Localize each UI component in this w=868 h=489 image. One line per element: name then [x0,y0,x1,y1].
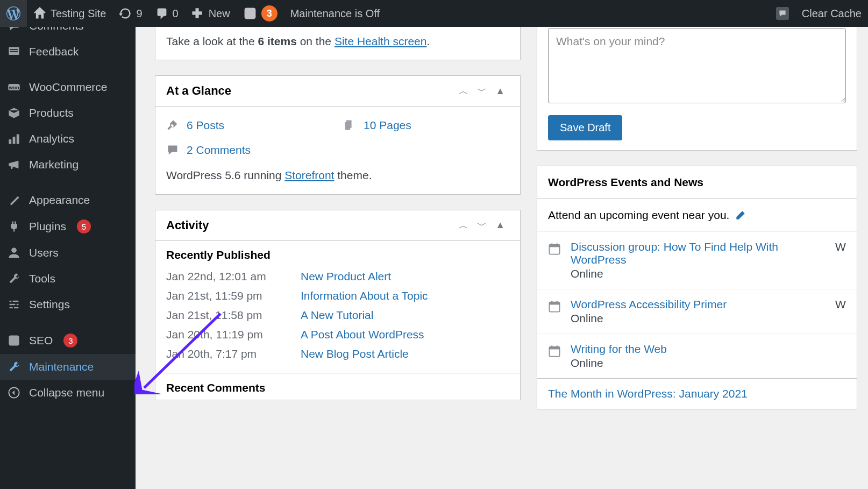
news-link[interactable]: The Month in WordPress: January 2021 [548,387,846,400]
sidebar-label: Appearance [29,194,90,207]
updates-count: 9 [136,8,142,20]
sidebar-label: Users [29,246,59,259]
badge: 3 [63,334,77,348]
toggle-icon[interactable]: ▲ [491,219,509,231]
maintenance-status[interactable]: Maintenance is Off [284,0,386,27]
sidebar-label: Collapse menu [29,386,104,399]
analytics-icon [6,132,22,145]
svg-rect-2 [10,51,18,52]
move-down-icon[interactable]: ﹀ [473,219,491,232]
activity-row: Jan 21st, 11:58 pmA New Tutorial [166,306,509,325]
activity-post-link[interactable]: New Product Alert [301,270,391,282]
sidebar-item-products[interactable]: Products [0,100,136,126]
event-link[interactable]: WordPress Accessibility Primer [571,298,727,310]
activity-row: Jan 20th, 7:17 pmNew Blog Post Article [166,344,509,364]
news-links: The Month in WordPress: January 2021 [537,378,857,409]
new-label: New [209,8,230,20]
sidebar-item-maintenance[interactable]: Maintenance [0,354,136,380]
toggle-icon[interactable]: ▲ [491,86,509,97]
sidebar-item-feedback[interactable]: Feedback [0,39,136,65]
event-row: Discussion group: How To Find Help With … [537,231,857,289]
svg-rect-11 [10,304,16,305]
maintenance-icon [6,360,22,373]
activity-date: Jan 21st, 11:59 pm [166,289,301,302]
wp-logo[interactable] [0,0,27,27]
notifications-link[interactable] [770,0,795,27]
event-location: Online [571,357,826,370]
sidebar-label: WooCommerce [29,81,107,94]
theme-link[interactable]: Storefront [284,169,334,181]
recently-published-heading: Recently Published [155,241,520,267]
event-link[interactable]: Discussion group: How To Find Help With … [571,240,778,266]
collapse-icon [6,386,22,399]
at-a-glance-header[interactable]: At a Glance ︿ ﹀ ▲ [155,76,520,107]
sidebar-item-woocommerce[interactable]: wooWooCommerce [0,74,136,100]
updates-link[interactable]: 9 [112,0,148,27]
save-draft-button[interactable]: Save Draft [548,115,622,140]
sidebar-item-marketing[interactable]: Marketing [0,152,136,178]
sidebar-item-tools[interactable]: Tools [0,266,136,292]
activity-date: Jan 20th, 11:19 pm [166,328,301,341]
sidebar-item-settings[interactable]: Settings [0,292,136,317]
sidebar-item-collapse-menu[interactable]: Collapse menu [0,380,136,406]
activity-header[interactable]: Activity ︿ ﹀ ▲ [155,210,520,241]
event-row: Writing for the WebOnline [537,334,857,378]
sidebar-item-comments[interactable]: Comments [0,27,136,39]
sidebar-label: Marketing [29,158,79,171]
svg-rect-1 [10,49,18,50]
activity-post-link[interactable]: Information About a Topic [301,289,428,302]
sidebar-label: Products [29,107,74,119]
at-a-glance-box: At a Glance ︿ ﹀ ▲ 6 Posts 10 Pages [155,75,521,195]
activity-post-link[interactable]: A New Tutorial [301,309,373,321]
edit-icon[interactable] [735,209,746,221]
activity-post-link[interactable]: New Blog Post Article [301,348,409,360]
svg-point-22 [551,301,552,302]
sidebar-label: Settings [29,298,70,311]
quickdraft-textarea[interactable] [548,28,846,103]
pages-icon [343,119,356,132]
svg-rect-25 [549,347,559,350]
comment-icon [155,7,168,20]
activity-post-link[interactable]: A Post About WordPress [301,328,424,341]
sidebar-label: Plugins [29,220,66,233]
yoast-link[interactable]: 3 [237,0,284,27]
move-down-icon[interactable]: ﹀ [473,84,491,97]
users-icon [6,246,22,259]
clear-cache-link[interactable]: Clear Cache [795,0,868,27]
glance-posts[interactable]: 6 Posts [166,116,332,134]
notification-icon [776,7,789,20]
svg-rect-14 [14,307,18,308]
event-row: WordPress Accessibility PrimerOnlineW [537,289,857,334]
event-link[interactable]: Writing for the Web [571,343,667,355]
comments-icon [166,144,179,157]
yoast-icon [243,6,257,20]
move-up-icon[interactable]: ︿ [454,219,473,232]
svg-point-18 [551,243,552,244]
site-health-link[interactable]: Site Health screen [335,35,427,47]
calendar-icon [548,345,561,360]
move-up-icon[interactable]: ︿ [454,84,473,97]
sidebar-item-plugins[interactable]: Plugins5 [0,213,136,240]
comments-link[interactable]: 0 [149,0,185,27]
sidebar-item-appearance[interactable]: Appearance [0,187,136,213]
glance-comments[interactable]: 2 Comments [166,141,332,159]
activity-date: Jan 20th, 7:17 pm [166,348,301,360]
svg-text:woo: woo [8,84,19,90]
svg-point-8 [11,247,17,253]
feedback-icon [6,45,22,58]
glance-pages[interactable]: 10 Pages [343,116,509,134]
events-list: Discussion group: How To Find Help With … [537,231,857,378]
sidebar-item-users[interactable]: Users [0,240,136,266]
new-content-link[interactable]: New [185,0,237,27]
svg-point-27 [557,345,558,346]
site-name-link[interactable]: Testing Site [27,0,112,27]
sidebar-item-analytics[interactable]: Analytics [0,126,136,152]
activity-list: Jan 22nd, 12:01 amNew Product AlertJan 2… [155,267,520,373]
sidebar-label: Analytics [29,132,74,145]
calendar-icon [548,300,561,315]
plus-icon [191,7,204,20]
calendar-icon [548,243,561,258]
sidebar-label: Tools [29,272,55,285]
sidebar-item-seo[interactable]: SEO3 [0,327,136,354]
activity-row: Jan 22nd, 12:01 amNew Product Alert [166,267,509,286]
